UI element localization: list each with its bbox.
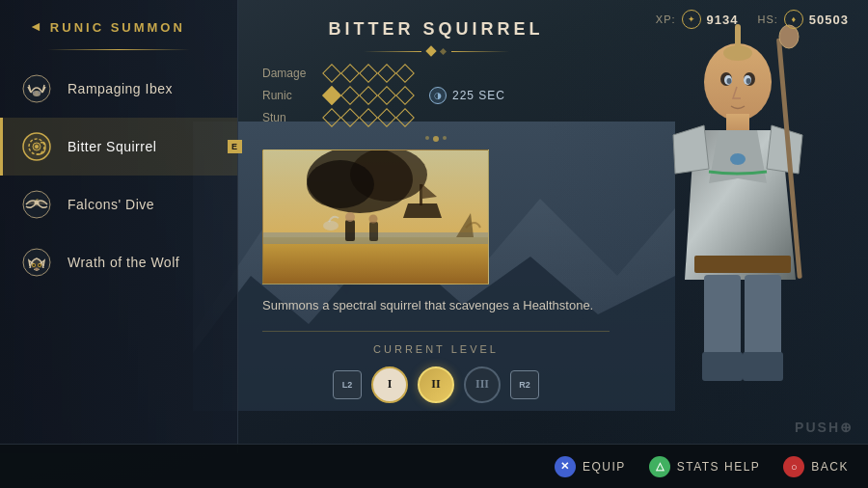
wrath-of-the-wolf-icon bbox=[19, 245, 54, 280]
svg-point-40 bbox=[307, 160, 374, 208]
level-3-button[interactable]: III bbox=[464, 366, 501, 403]
stun-diamond-2 bbox=[340, 108, 360, 127]
dec-dot-3 bbox=[443, 136, 447, 140]
cooldown-icon: ◑ bbox=[429, 87, 447, 104]
runic-diamond-3 bbox=[359, 86, 378, 105]
dec-line-left bbox=[364, 51, 421, 52]
falcons-dive-label: Falcons' Dive bbox=[68, 197, 154, 212]
bitter-squirrel-icon bbox=[19, 129, 54, 164]
level-section-title: CURRENT LEVEL bbox=[262, 343, 610, 355]
sidebar-item-wrath-of-the-wolf[interactable]: Wrath of the Wolf bbox=[0, 233, 237, 291]
damage-label: Damage bbox=[262, 67, 315, 80]
top-hud: XP: ✦ 9134 HS: ♦ 50503 bbox=[656, 10, 849, 29]
title-decoration bbox=[262, 47, 610, 55]
svg-rect-5 bbox=[735, 24, 741, 58]
xp-icon: ✦ bbox=[682, 10, 701, 29]
dec-line-right bbox=[451, 51, 509, 52]
xp-label: XP: bbox=[656, 14, 676, 25]
skill-preview-image bbox=[262, 149, 489, 285]
xp-value: 9134 bbox=[707, 13, 739, 27]
runic-label: Runic bbox=[262, 89, 315, 102]
damage-diamond-3 bbox=[359, 64, 378, 83]
equip-action[interactable]: ✕ EQUIP bbox=[555, 456, 626, 477]
level-1-button[interactable]: I bbox=[371, 366, 408, 403]
level-section: CURRENT LEVEL L2 I II III R2 bbox=[262, 331, 610, 403]
stats-help-action[interactable]: △ STATS HELP bbox=[649, 456, 761, 477]
svg-point-21 bbox=[23, 75, 50, 102]
back-arrow: ◄ bbox=[29, 19, 42, 35]
preview-scene bbox=[263, 150, 489, 285]
l2-trigger[interactable]: L2 bbox=[333, 370, 362, 399]
svg-point-14 bbox=[730, 153, 746, 165]
svg-rect-46 bbox=[369, 222, 378, 241]
back-action[interactable]: ○ BACK bbox=[783, 456, 849, 477]
skill-name: BITTER SQUIRREL bbox=[262, 19, 610, 40]
dec-diamond bbox=[425, 45, 436, 56]
damage-diamond-4 bbox=[377, 64, 396, 83]
runic-diamonds bbox=[325, 89, 412, 102]
stun-stat-row: Stun bbox=[262, 111, 610, 124]
hs-label: HS: bbox=[758, 14, 778, 25]
sidebar-title: RUNIC SUMMON bbox=[50, 20, 185, 35]
rampaging-ibex-label: Rampaging Ibex bbox=[68, 81, 173, 96]
sidebar-header: ◄ RUNIC SUMMON bbox=[0, 0, 237, 49]
damage-diamond-5 bbox=[395, 64, 415, 83]
stats-section: Damage Runic ◑ 225 SEC bbox=[262, 67, 610, 124]
runic-diamond-1 bbox=[322, 86, 341, 105]
xp-display: XP: ✦ 9134 bbox=[656, 10, 739, 29]
stun-diamond-5 bbox=[395, 108, 415, 127]
stats-help-label: STATS HELP bbox=[677, 460, 761, 474]
runic-diamond-4 bbox=[377, 86, 396, 105]
sidebar-item-rampaging-ibex[interactable]: Rampaging Ibex bbox=[0, 60, 237, 118]
sidebar-item-falcons-dive[interactable]: Falcons' Dive bbox=[0, 176, 237, 233]
svg-rect-41 bbox=[263, 237, 489, 285]
svg-point-23 bbox=[33, 92, 36, 95]
svg-point-19 bbox=[727, 78, 732, 84]
stun-label: Stun bbox=[262, 111, 315, 124]
push-logo: PUSH⊕ bbox=[795, 420, 854, 435]
damage-diamonds bbox=[325, 67, 412, 80]
r2-trigger[interactable]: R2 bbox=[510, 370, 539, 399]
triangle-button[interactable]: △ bbox=[649, 456, 670, 477]
hs-value: 50503 bbox=[809, 13, 849, 27]
bottom-bar: ✕ EQUIP △ STATS HELP ○ BACK bbox=[0, 444, 868, 488]
svg-point-28 bbox=[35, 145, 39, 149]
sidebar-item-bitter-squirrel[interactable]: Bitter Squirrel E bbox=[0, 118, 237, 176]
cooldown-value: 225 SEC bbox=[452, 89, 505, 102]
damage-diamond-1 bbox=[322, 64, 341, 83]
svg-point-24 bbox=[39, 92, 41, 95]
dec-dot-1 bbox=[425, 136, 429, 140]
svg-point-47 bbox=[369, 215, 378, 224]
hs-icon: ♦ bbox=[784, 10, 803, 29]
hs-display: HS: ♦ 50503 bbox=[758, 10, 850, 29]
svg-point-20 bbox=[746, 78, 751, 84]
falcons-dive-icon bbox=[19, 187, 54, 222]
runic-diamond-2 bbox=[340, 86, 360, 105]
level-2-button[interactable]: II bbox=[418, 366, 454, 403]
wrath-of-the-wolf-label: Wrath of the Wolf bbox=[68, 255, 179, 270]
svg-rect-11 bbox=[743, 352, 783, 381]
cooldown-display: ◑ 225 SEC bbox=[429, 87, 505, 104]
dec-diamond-2 bbox=[439, 47, 446, 54]
sidebar: ◄ RUNIC SUMMON Rampaging Ibex bbox=[0, 0, 238, 453]
svg-rect-10 bbox=[702, 352, 743, 381]
svg-point-30 bbox=[35, 201, 40, 205]
damage-diamond-2 bbox=[340, 64, 360, 83]
svg-point-48 bbox=[323, 221, 339, 230]
damage-stat-row: Damage bbox=[262, 67, 610, 80]
svg-rect-7 bbox=[694, 256, 791, 273]
enhance-badge: E bbox=[228, 140, 242, 153]
bitter-squirrel-label: Bitter Squirrel bbox=[68, 139, 156, 154]
x-button[interactable]: ✕ bbox=[555, 456, 576, 477]
skill-description: Summons a spectral squirrel that scaveng… bbox=[262, 296, 610, 315]
stun-diamond-1 bbox=[322, 108, 341, 127]
svg-point-34 bbox=[33, 264, 35, 266]
main-content: BITTER SQUIRREL Damage Runic bbox=[238, 0, 634, 444]
svg-rect-43 bbox=[420, 184, 422, 205]
equip-label: EQUIP bbox=[583, 460, 626, 474]
stun-diamond-3 bbox=[359, 108, 378, 127]
runic-diamond-5 bbox=[395, 86, 415, 105]
circle-button[interactable]: ○ bbox=[783, 456, 804, 477]
svg-point-35 bbox=[39, 264, 41, 266]
stun-diamonds bbox=[325, 111, 412, 124]
